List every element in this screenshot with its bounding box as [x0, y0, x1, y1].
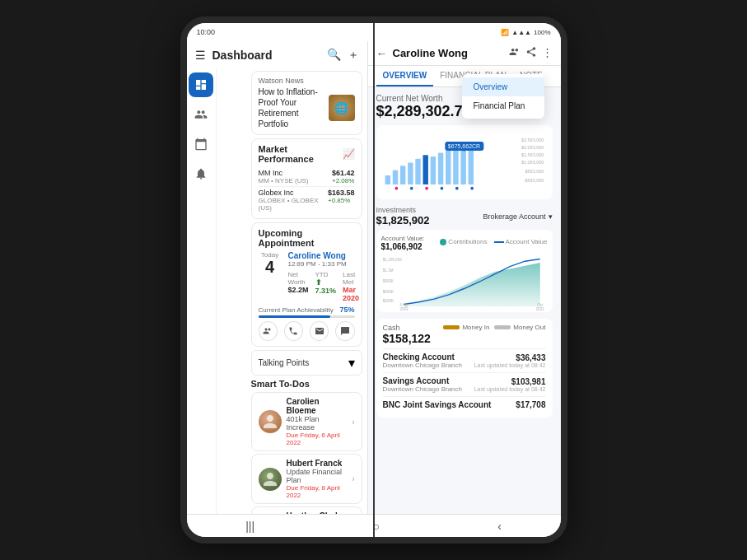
people-icon[interactable]	[509, 46, 521, 60]
todo-item-carolien[interactable]: Carolien Bloeme 401k Plan Increase Due F…	[251, 392, 362, 451]
action-icon-people[interactable]	[259, 321, 278, 341]
last-met-label: Last Met	[343, 271, 355, 286]
inv-account-value: $1,066,902	[381, 242, 425, 251]
todo-item-heather[interactable]: HC Heather Clark 401k Plan Increase Due …	[251, 506, 362, 514]
account-info-savings: Savings Account Downtown Chicago Branch	[383, 376, 463, 393]
svg-text:$1.1M: $1.1M	[382, 268, 393, 273]
tab-overview[interactable]: OVERVIEW	[376, 66, 434, 86]
action-icon-phone[interactable]	[284, 321, 303, 341]
todo-item-hubert[interactable]: Hubert Franck Update Financial Plan Due …	[251, 454, 362, 504]
add-icon[interactable]: ＋	[348, 48, 359, 63]
svg-rect-17	[468, 145, 473, 184]
achievability-pct: 75%	[339, 306, 354, 314]
more-icon[interactable]: ⋮	[542, 46, 553, 60]
context-menu-financial-plan[interactable]: Financial Plan	[462, 96, 544, 115]
svg-text:$300K: $300K	[382, 299, 393, 303]
svg-rect-7	[392, 170, 397, 184]
brokerage-select[interactable]: Brokerage Account ▾	[483, 212, 552, 221]
talking-points[interactable]: Talking Points ▾	[251, 350, 362, 376]
action-icon-chat[interactable]	[335, 321, 354, 341]
svg-point-23	[470, 187, 474, 190]
svg-point-22	[455, 187, 458, 190]
account-row-savings[interactable]: Savings Account Downtown Chicago Branch …	[383, 372, 546, 396]
appointment-day: 4	[259, 259, 282, 275]
progress-bar-fill	[259, 315, 331, 318]
chart-tooltip: $675,662CR	[445, 142, 483, 151]
news-headline: How to Inflation-Proof Your Retirement P…	[259, 86, 325, 129]
market-name-globex: Globex Inc	[259, 189, 328, 197]
ytd-label: YTD	[315, 271, 329, 278]
svg-rect-13	[437, 153, 442, 185]
investment-chart: Account Value: $1,066,902 Contributions	[376, 230, 553, 312]
wifi-icon: 📶	[501, 29, 509, 36]
status-icons: 📶 ▲▲▲ 100%	[501, 29, 550, 36]
svg-text:2021: 2021	[535, 307, 544, 310]
svg-rect-15	[453, 149, 458, 184]
stat-net-worth: Net Worth $2.2M	[288, 271, 309, 302]
account-name-savings: Savings Account	[383, 376, 463, 385]
news-card[interactable]: Watson News How to Inflation-Proof Your …	[251, 71, 362, 135]
share-icon[interactable]	[525, 46, 537, 60]
account-branch-checking: Downtown Chicago Branch	[383, 362, 463, 369]
market-row-globex[interactable]: Globex Inc GLOBEX • GLOBEX (US) $163.58 …	[259, 187, 355, 213]
market-name-mm: MM Inc	[259, 169, 309, 177]
hamburger-icon[interactable]: ☰	[195, 49, 206, 62]
sidebar-item-notifications[interactable]	[189, 161, 213, 186]
market-card: Market Performance 📈 MM Inc MM • NYSE (U…	[251, 138, 362, 219]
inv-chart-legend: Contributions Account Value	[440, 238, 547, 245]
todo-task-carolien: 401k Plan Increase	[287, 415, 348, 432]
todo-name-hubert: Hubert Franck	[287, 459, 348, 468]
achievability-label: Current Plan Achievability	[259, 306, 334, 314]
investments-left: Investments $1,825,902	[376, 206, 430, 226]
sidebar-item-contacts[interactable]	[189, 102, 213, 127]
account-branch-savings: Downtown Chicago Branch	[383, 385, 463, 393]
account-row-checking[interactable]: Checking Account Downtown Chicago Branch…	[383, 348, 546, 372]
left-body: Watson News How to Inflation-Proof Your …	[187, 68, 367, 514]
account-right-checking: $36,433 Last updated today at 08:42	[474, 353, 546, 368]
client-name-header: Caroline Wong	[393, 47, 468, 59]
svg-text:$1,093,000: $1,093,000	[521, 160, 544, 165]
market-change-globex: +0.85%	[328, 197, 355, 204]
context-menu-overview[interactable]: Overview	[462, 77, 544, 96]
legend-contributions: Contributions	[440, 238, 487, 245]
account-updated-checking: Last updated today at 08:42	[474, 362, 546, 368]
sidebar-item-dashboard[interactable]	[189, 72, 213, 97]
todo-text-carolien: Carolien Bloeme 401k Plan Increase Due F…	[287, 397, 348, 446]
nav-recents-icon[interactable]: |||	[245, 520, 254, 533]
account-row-bnc[interactable]: BNC Joint Savings Account $17,708	[383, 396, 546, 413]
todo-avatar-hubert	[259, 468, 282, 491]
investments-row: Investments $1,825,902 Brokerage Account…	[376, 206, 553, 226]
market-row-mm[interactable]: MM Inc MM • NYSE (US) $61.42 +2.08%	[259, 167, 355, 187]
todo-arrow-hubert: ›	[352, 474, 354, 483]
right-header-left: ← Caroline Wong	[376, 47, 468, 60]
svg-rect-11	[423, 155, 427, 184]
sidebar-item-calendar[interactable]	[189, 132, 213, 156]
back-icon[interactable]: ←	[376, 47, 388, 60]
net-worth-chart-svg: $2,593,000 $2,093,000 $1,593,000 $1,093,…	[381, 130, 548, 194]
market-price-globex: $163.58 +0.85%	[328, 189, 355, 204]
inv-account-label: Account Value:	[381, 235, 425, 242]
account-pair-checking: Checking Account Downtown Chicago Branch…	[383, 352, 546, 369]
market-header: Market Performance 📈	[259, 144, 355, 164]
market-info-globex: Globex Inc GLOBEX • GLOBEX (US)	[259, 189, 328, 212]
nav-back-icon[interactable]: ‹	[497, 520, 502, 533]
brokerage-label: Brokerage Account	[483, 212, 545, 221]
inv-chart-header: Account Value: $1,066,902 Contributions	[381, 235, 548, 251]
search-icon[interactable]: 🔍	[327, 48, 341, 63]
left-header: ☰ Dashboard 🔍 ＋	[187, 41, 367, 68]
money-out-bar	[494, 325, 511, 329]
appointment-stats: Net Worth $2.2M YTD ⬆ 7.31%	[288, 271, 360, 302]
svg-point-20	[425, 187, 428, 190]
account-info-bnc: BNC Joint Savings Account	[383, 400, 492, 409]
news-image: 🌐	[329, 95, 355, 121]
action-icon-mail[interactable]	[310, 321, 329, 341]
left-panel: ☰ Dashboard 🔍 ＋	[187, 41, 368, 514]
ytd-val: ⬆ 7.31%	[315, 278, 337, 295]
cash-value: $158,122	[383, 332, 431, 345]
cash-legend-out: Money Out	[494, 324, 545, 331]
contributions-dot	[440, 239, 446, 245]
appointment-client-name[interactable]: Caroline Wong	[288, 251, 360, 260]
svg-text:$1,106,063: $1,106,063	[382, 258, 401, 262]
right-panel: ← Caroline Wong ⋮ OVERV	[368, 41, 561, 514]
news-content: How to Inflation-Proof Your Retirement P…	[259, 86, 355, 129]
